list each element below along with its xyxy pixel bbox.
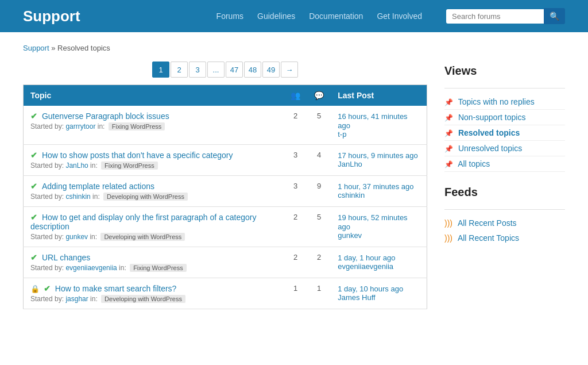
- last-post-time[interactable]: 16 hours, 41 minutes ago: [338, 112, 407, 130]
- topic-replies: 2: [307, 247, 331, 278]
- topic-link[interactable]: Adding template related actions: [42, 182, 154, 191]
- last-post-author[interactable]: James Huff: [338, 293, 420, 302]
- content-area: Support » Resolved topics 1 2 3 ... 47 4…: [23, 44, 427, 354]
- table-row: 🔒 ✔ How to make smart search filters? St…: [24, 278, 427, 309]
- pin-icon: 📌: [444, 114, 453, 122]
- topic-author[interactable]: cshinkin: [65, 193, 90, 201]
- resolved-icon: ✔: [30, 213, 37, 222]
- page-49[interactable]: 49: [262, 62, 280, 78]
- col-replies-icon: 💬: [307, 85, 331, 106]
- topic-cell: ✔ Adding template related actions Starte…: [24, 176, 284, 207]
- resolved-icon: ✔: [30, 253, 37, 262]
- rss-icon: ))): [444, 233, 455, 243]
- topic-author[interactable]: jasghar: [65, 295, 88, 303]
- last-post-cell: 17 hours, 9 minutes ago JanLho: [331, 145, 427, 176]
- topic-cell: ✔ Gutenverse Paragraph block issues Star…: [24, 106, 284, 145]
- topic-meta: Started by: jasghar in: Developing with …: [30, 295, 277, 303]
- topic-meta: Started by: garrrytoor in: Fixing WordPr…: [30, 122, 277, 130]
- feeds-link-posts[interactable]: ))) All Recent Posts: [444, 216, 565, 230]
- topic-link[interactable]: How to make smart search filters?: [55, 284, 177, 293]
- last-post-time[interactable]: 19 hours, 52 minutes ago: [338, 213, 407, 231]
- last-post-author[interactable]: JanLho: [338, 160, 420, 168]
- nav-guidelines[interactable]: Guidelines: [257, 11, 295, 21]
- last-post-cell: 16 hours, 41 minutes ago t-p: [331, 106, 427, 145]
- topic-cell: 🔒 ✔ How to make smart search filters? St…: [24, 278, 284, 309]
- topic-meta: Started by: evgeniiaevgeniia in: Fixing …: [30, 264, 277, 272]
- nav-documentation[interactable]: Documentation: [309, 11, 363, 21]
- topic-author[interactable]: gunkev: [65, 233, 88, 241]
- topic-author[interactable]: JanLho: [65, 162, 88, 170]
- topics-table: Topic 👥 💬 Last Post ✔ Gutenverse Paragra…: [23, 84, 427, 309]
- topic-author[interactable]: garrrytoor: [65, 122, 95, 130]
- table-row: ✔ How to get and display only the first …: [24, 207, 427, 247]
- nav-get-involved[interactable]: Get Involved: [377, 11, 422, 21]
- main-nav: Forums Guidelines Documentation Get Invo…: [216, 8, 565, 24]
- topic-meta: Started by: gunkev in: Developing with W…: [30, 233, 277, 241]
- feeds-divider: [444, 209, 565, 210]
- sidebar-link-unresolved[interactable]: 📌 Unresolved topics: [444, 141, 565, 156]
- page-ellipsis[interactable]: ...: [207, 62, 225, 78]
- breadcrumb-current: Resolved topics: [57, 44, 110, 52]
- sidebar-link-no-replies[interactable]: 📌 Topics with no replies: [444, 94, 565, 110]
- feeds-section: Feeds ))) All Recent Posts ))) All Recen…: [444, 186, 565, 245]
- topic-link[interactable]: URL changes: [42, 253, 90, 262]
- last-post-author[interactable]: gunkev: [338, 231, 420, 240]
- search-button[interactable]: 🔍: [544, 8, 565, 24]
- topic-users: 2: [284, 106, 307, 145]
- topic-link[interactable]: How to show posts that don't have a spec…: [42, 151, 233, 160]
- header: Support Forums Guidelines Documentation …: [0, 0, 588, 32]
- breadcrumb-parent[interactable]: Support: [23, 44, 49, 52]
- topic-users: 3: [284, 145, 307, 176]
- last-post-author[interactable]: evgeniiaevgeniia: [338, 262, 420, 271]
- topic-forum: Fixing WordPress: [109, 122, 165, 130]
- feeds-link-topics[interactable]: ))) All Recent Topics: [444, 230, 565, 245]
- page-1[interactable]: 1: [152, 62, 169, 78]
- pin-icon: 📌: [444, 98, 453, 106]
- page-3[interactable]: 3: [189, 62, 206, 78]
- search-input[interactable]: [446, 9, 544, 24]
- topic-meta: Started by: cshinkin in: Developing with…: [30, 193, 277, 201]
- search-form: 🔍: [446, 8, 565, 24]
- page-48[interactable]: 48: [244, 62, 261, 78]
- topic-forum: Fixing WordPress: [101, 162, 158, 170]
- topic-author[interactable]: evgeniiaevgeniia: [65, 264, 117, 272]
- topic-link[interactable]: Gutenverse Paragraph block issues: [42, 112, 169, 121]
- sidebar: Views 📌 Topics with no replies 📌 Non-sup…: [444, 44, 565, 354]
- pin-icon: 📌: [444, 129, 453, 137]
- rss-icon: ))): [444, 218, 455, 228]
- resolved-icon: ✔: [30, 182, 37, 191]
- sidebar-link-resolved[interactable]: 📌 Resolved topics: [444, 125, 565, 141]
- last-post-author[interactable]: t-p: [338, 130, 420, 139]
- page-2[interactable]: 2: [171, 62, 188, 78]
- resolved-icon: ✔: [30, 151, 37, 160]
- last-post-author[interactable]: cshinkin: [338, 191, 420, 199]
- col-topic: Topic: [24, 85, 284, 106]
- nav-forums[interactable]: Forums: [216, 11, 243, 21]
- topic-replies: 1: [307, 278, 331, 309]
- topic-cell: ✔ URL changes Started by: evgeniiaevgeni…: [24, 247, 284, 278]
- topic-replies: 4: [307, 145, 331, 176]
- breadcrumb-separator: »: [51, 44, 55, 52]
- last-post-cell: 1 hour, 37 minutes ago cshinkin: [331, 176, 427, 207]
- topic-forum: Developing with WordPress: [101, 295, 185, 303]
- lock-icon: 🔒: [30, 285, 40, 293]
- last-post-time[interactable]: 17 hours, 9 minutes ago: [338, 151, 417, 160]
- col-users-icon: 👥: [284, 85, 307, 106]
- topic-cell: ✔ How to get and display only the first …: [24, 207, 284, 247]
- page-next[interactable]: →: [281, 62, 298, 78]
- last-post-time[interactable]: 1 day, 1 hour ago: [338, 253, 395, 262]
- breadcrumb: Support » Resolved topics: [23, 44, 427, 52]
- table-row: ✔ Adding template related actions Starte…: [24, 176, 427, 207]
- main-wrapper: Support » Resolved topics 1 2 3 ... 47 4…: [0, 32, 588, 365]
- last-post-time[interactable]: 1 hour, 37 minutes ago: [338, 182, 413, 191]
- sidebar-link-all[interactable]: 📌 All topics: [444, 156, 565, 172]
- col-last-post: Last Post: [331, 85, 427, 106]
- topic-meta: Started by: JanLho in: Fixing WordPress: [30, 162, 277, 170]
- last-post-cell: 1 day, 1 hour ago evgeniiaevgeniia: [331, 247, 427, 278]
- last-post-time: 1 day, 10 hours ago: [338, 285, 403, 293]
- sidebar-link-non-support[interactable]: 📌 Non-support topics: [444, 110, 565, 125]
- topic-link[interactable]: How to get and display only the first pa…: [30, 213, 256, 231]
- topic-users: 2: [284, 207, 307, 247]
- page-47[interactable]: 47: [226, 62, 243, 78]
- topic-replies: 9: [307, 176, 331, 207]
